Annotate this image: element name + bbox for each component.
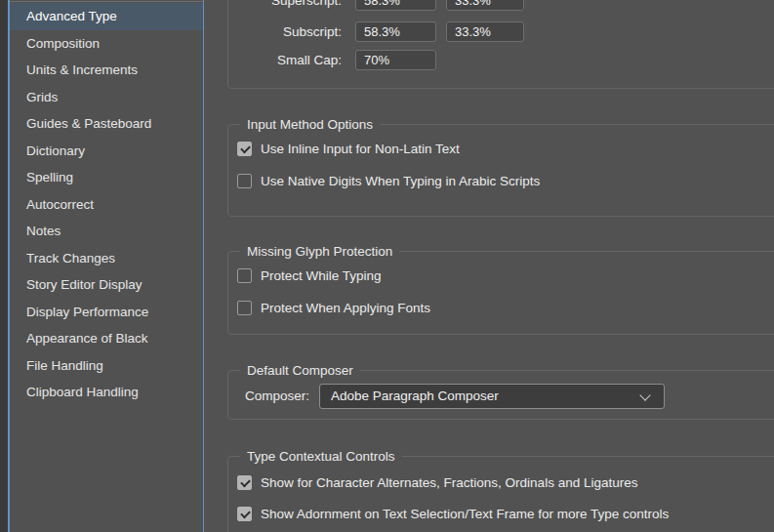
input-method-options-group: Input Method Options — [227, 124, 774, 217]
sidebar-item-track-changes[interactable]: Track Changes — [10, 245, 203, 272]
preferences-category-list: Advanced TypeCompositionUnits & Incremen… — [8, 0, 204, 532]
sidebar-item-autocorrect[interactable]: Autocorrect — [10, 191, 203, 219]
check-icon — [240, 477, 251, 488]
subscript-size-field[interactable] — [355, 21, 436, 42]
check-icon — [240, 509, 251, 519]
missing-glyph-protection-group: Missing Glyph Protection — [227, 251, 774, 335]
show-adornment-label[interactable]: Show Adornment on Text Selection/Text Fr… — [261, 507, 669, 522]
list-divider — [10, 1, 203, 2]
subscript-position-field[interactable] — [446, 21, 524, 42]
sidebar-item-clipboard-handling[interactable]: Clipboard Handling — [10, 379, 203, 406]
use-native-digits-checkbox[interactable] — [237, 174, 252, 188]
protect-while-typing-label[interactable]: Protect While Typing — [261, 268, 382, 284]
sidebar-item-notes[interactable]: Notes — [10, 218, 203, 245]
use-native-digits-label[interactable]: Use Native Digits When Typing in Arabic … — [261, 174, 540, 189]
superscript-label: Superscript: — [205, 0, 342, 11]
default-composer-title: Default Composer — [240, 362, 360, 379]
use-inline-input-label[interactable]: Use Inline Input for Non-Latin Text — [261, 142, 460, 157]
small-cap-size-field[interactable] — [355, 50, 436, 70]
subscript-label: Subscript: — [205, 21, 342, 42]
check-icon — [240, 143, 251, 154]
sidebar-item-appearance-of-black[interactable]: Appearance of Black — [10, 325, 203, 352]
use-inline-input-checkbox[interactable] — [237, 142, 252, 156]
character-settings-group — [227, 0, 774, 89]
sidebar-item-file-handling[interactable]: File Handling — [10, 352, 203, 380]
protect-when-applying-fonts-label[interactable]: Protect When Applying Fonts — [261, 301, 430, 316]
sidebar-item-advanced-type[interactable]: Advanced Type — [10, 3, 203, 30]
sidebar-item-display-performance[interactable]: Display Performance — [10, 299, 203, 326]
sidebar-item-spelling[interactable]: Spelling — [10, 164, 203, 191]
sidebar-item-story-editor-display[interactable]: Story Editor Display — [10, 271, 203, 299]
protect-while-typing-checkbox[interactable] — [237, 268, 252, 283]
superscript-size-field[interactable] — [355, 0, 436, 11]
superscript-position-field[interactable] — [446, 0, 524, 11]
type-contextual-controls-title: Type Contextual Controls — [240, 448, 402, 465]
chevron-down-icon — [639, 389, 650, 400]
sidebar-item-grids[interactable]: Grids — [10, 84, 203, 111]
sidebar-item-dictionary[interactable]: Dictionary — [10, 138, 203, 165]
sidebar-item-guides-pasteboard[interactable]: Guides & Pasteboard — [10, 110, 203, 138]
protect-when-applying-fonts-checkbox[interactable] — [237, 301, 252, 315]
small-cap-label: Small Cap: — [205, 50, 342, 70]
missing-glyph-protection-title: Missing Glyph Protection — [240, 243, 399, 260]
composer-select[interactable]: Adobe Paragraph Composer — [319, 384, 665, 409]
window-left-edge — [0, 0, 8, 532]
sidebar-item-units-increments[interactable]: Units & Increments — [10, 57, 203, 84]
sidebar-item-composition[interactable]: Composition — [10, 30, 203, 58]
input-method-options-title: Input Method Options — [240, 116, 380, 133]
composer-select-value: Adobe Paragraph Composer — [331, 389, 499, 403]
advanced-type-panel: Superscript: Subscript: Small Cap: Input… — [205, 0, 774, 532]
show-character-alternates-label[interactable]: Show for Character Alternates, Fractions… — [261, 475, 637, 491]
composer-label: Composer: — [205, 384, 309, 409]
show-adornment-checkbox[interactable] — [237, 507, 252, 521]
show-character-alternates-checkbox[interactable] — [237, 475, 252, 490]
